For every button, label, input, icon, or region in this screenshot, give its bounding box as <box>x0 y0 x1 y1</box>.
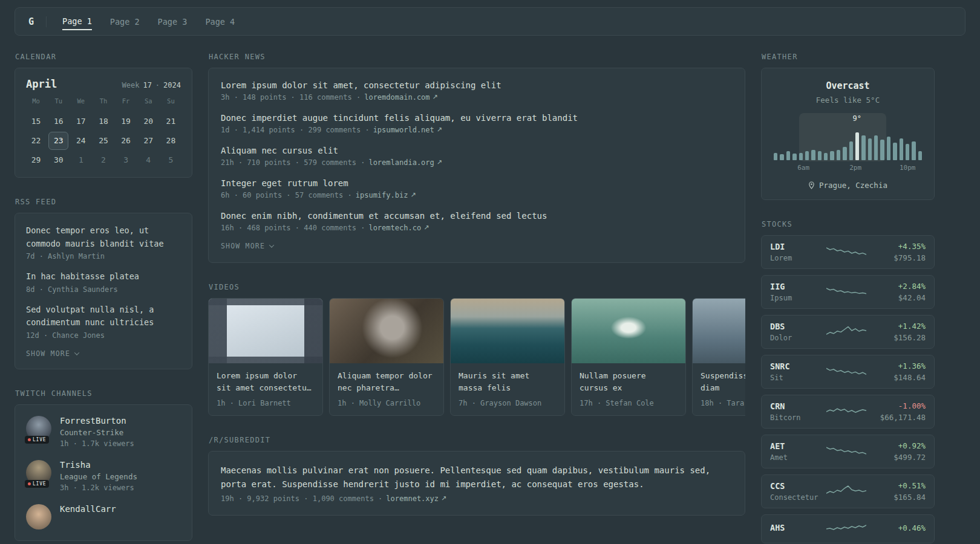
live-badge: LIVE <box>25 480 49 488</box>
twitch-channel[interactable]: KendallCarr <box>26 504 181 529</box>
calendar-day[interactable]: 18 <box>93 112 113 131</box>
section-header-rss: RSS FEED <box>15 198 192 206</box>
hn-item-title-link[interactable]: Integer eget rutrum lorem <box>221 178 733 188</box>
stock-price: $66,171.48 <box>870 413 926 422</box>
calendar-day-next-month[interactable]: 4 <box>139 151 158 169</box>
rss-item: In hac habitasse platea 8d · Cynthia Sau… <box>26 270 181 294</box>
app-logo[interactable]: G <box>27 16 47 27</box>
stock-row[interactable]: AETAmet +0.92%$499.72 <box>761 435 935 468</box>
calendar-day[interactable]: 27 <box>139 132 158 150</box>
weekday-label: We <box>70 97 92 105</box>
stock-row[interactable]: IIGIpsum +2.84%$42.04 <box>761 275 935 309</box>
rss-show-more-button[interactable]: SHOW MORE <box>26 349 79 358</box>
stock-row[interactable]: AHS +0.46% <box>761 514 935 543</box>
rss-item-title[interactable]: Sed volutpat nulla nisl, a condimentum n… <box>26 303 181 329</box>
section-header-weather: WEATHER <box>762 53 935 61</box>
subreddit-post-domain-link[interactable]: loremnet.xyz↗ <box>386 494 446 503</box>
stock-price: $499.72 <box>870 453 926 462</box>
video-card[interactable]: Lorem ipsum dolor sit amet consectetu… 1… <box>208 298 323 416</box>
twitch-card: LIVE ForrestBurton Counter-Strike 1h · 1… <box>15 404 192 541</box>
calendar-day-next-month[interactable]: 3 <box>116 151 136 169</box>
hn-item-domain-link[interactable]: loremlandia.org↗ <box>368 158 442 167</box>
right-column: WEATHER Overcast Feels like 5°C 9° 6am 2… <box>761 53 935 543</box>
stock-row[interactable]: CCSConsectetur +0.51%$165.84 <box>761 474 935 508</box>
calendar-day[interactable]: 16 <box>48 112 68 131</box>
tab-page-1[interactable]: Page 1 <box>62 13 92 30</box>
video-card[interactable]: Mauris sit amet massa felis 7h · Grayson… <box>450 298 565 416</box>
stock-name: Consectetur <box>770 493 822 502</box>
calendar-day[interactable]: 22 <box>26 132 46 150</box>
hn-item-title-link[interactable]: Lorem ipsum dolor sit amet, consectetur … <box>221 80 733 90</box>
tab-page-3[interactable]: Page 3 <box>158 14 188 30</box>
calendar-day[interactable]: 20 <box>139 112 158 131</box>
video-card[interactable]: Nullam posuere cursus ex 17h · Stefan Co… <box>571 298 686 416</box>
stock-row[interactable]: SNRCSit +1.36%$148.64 <box>761 355 935 389</box>
hn-show-more-button[interactable]: SHOW MORE <box>221 242 273 250</box>
calendar-day-next-month[interactable]: 2 <box>93 151 113 169</box>
stock-row[interactable]: DBSDolor +1.42%$156.28 <box>761 315 935 349</box>
hn-item-meta: 21h · 710 points · 579 comments · <box>221 158 365 167</box>
video-meta: 7h · Grayson Dawson <box>459 399 557 407</box>
weekday-label: Mo <box>25 97 47 105</box>
rss-item-title[interactable]: Donec tempor eros leo, ut commodo mauris… <box>26 224 181 250</box>
calendar-day-next-month[interactable]: 1 <box>71 151 91 169</box>
video-title: Suspendisse diam <box>701 370 745 394</box>
calendar-day[interactable]: 30 <box>48 151 68 169</box>
weather-bar <box>874 135 878 160</box>
calendar-day[interactable]: 21 <box>161 112 181 131</box>
hn-item-domain-link[interactable]: ipsumworld.net↗ <box>373 126 442 134</box>
calendar-day[interactable]: 19 <box>116 112 136 131</box>
hn-item-title-link[interactable]: Donec enim nibh, condimentum et accumsan… <box>221 211 733 221</box>
hn-item: Aliquam nec cursus elit 21h · 710 points… <box>221 146 733 167</box>
stock-row[interactable]: LDILorem +4.35%$795.18 <box>761 235 935 269</box>
channel-name[interactable]: ForrestBurton <box>60 416 134 426</box>
hn-item-domain-link[interactable]: ipsumify.biz↗ <box>356 191 416 199</box>
video-meta: 1h · Molly Carrillo <box>338 399 436 407</box>
section-header-videos: VIDEOS <box>209 283 745 291</box>
stock-change: +0.51% <box>870 481 926 490</box>
weather-bar <box>868 138 872 160</box>
calendar-day-next-month[interactable]: 5 <box>161 151 181 169</box>
calendar-day[interactable]: 24 <box>71 132 91 150</box>
subreddit-post-title-link[interactable]: Maecenas mollis pulvinar erat non posuer… <box>221 465 710 489</box>
stock-change: +1.42% <box>870 322 926 331</box>
video-carousel: Lorem ipsum dolor sit amet consectetu… 1… <box>208 298 745 416</box>
tab-page-2[interactable]: Page 2 <box>110 14 140 30</box>
video-title: Aliquam tempor dolor nec pharetra… <box>338 370 436 394</box>
hn-item-title-link[interactable]: Donec imperdiet augue tincidunt felis al… <box>221 113 733 123</box>
channel-name[interactable]: KendallCarr <box>60 504 116 514</box>
video-thumbnail <box>209 299 322 363</box>
video-card[interactable]: Suspendisse diam 18h · Tara <box>692 298 745 416</box>
twitch-channel[interactable]: LIVE Trisha League of Legends 3h · 1.2k … <box>26 460 181 492</box>
calendar-day[interactable]: 15 <box>26 112 46 131</box>
rss-item-title[interactable]: In hac habitasse platea <box>26 270 181 283</box>
twitch-channel[interactable]: LIVE ForrestBurton Counter-Strike 1h · 1… <box>26 416 181 448</box>
twitch-widget: TWITCH CHANNELS LIVE ForrestBurton Count… <box>15 389 192 541</box>
stock-price: $795.18 <box>870 253 926 262</box>
calendar-day[interactable]: 25 <box>93 132 113 150</box>
hn-item-domain-link[interactable]: loremdomain.com↗ <box>364 93 438 102</box>
calendar-day[interactable]: 17 <box>71 112 91 131</box>
calendar-day[interactable]: 29 <box>26 151 46 169</box>
video-meta: 1h · Lori Barnett <box>217 399 315 407</box>
hn-item-meta-row: 3h · 148 points · 116 comments · loremdo… <box>221 93 733 102</box>
middle-column: HACKER NEWS Lorem ipsum dolor sit amet, … <box>208 53 745 516</box>
hn-item-title-link[interactable]: Aliquam nec cursus elit <box>221 146 733 155</box>
stock-row[interactable]: CRNBitcorn -1.00%$66,171.48 <box>761 395 935 429</box>
live-dot-icon <box>28 482 31 485</box>
video-card[interactable]: Aliquam tempor dolor nec pharetra… 1h · … <box>329 298 444 416</box>
stock-ticker: DBS <box>770 322 822 331</box>
weekday-label: Tu <box>47 97 70 105</box>
channel-name[interactable]: Trisha <box>60 460 137 470</box>
calendar-day[interactable]: 28 <box>161 132 181 150</box>
week-separator: · <box>155 81 160 89</box>
weather-location[interactable]: Prague, Czechia <box>771 181 924 190</box>
external-link-icon: ↗ <box>423 224 429 232</box>
time-label: 2pm <box>849 164 861 172</box>
time-label: 10pm <box>900 164 916 172</box>
tab-page-4[interactable]: Page 4 <box>205 14 235 30</box>
calendar-day[interactable]: 26 <box>116 132 136 150</box>
section-header-calendar: CALENDAR <box>15 53 192 61</box>
hn-item-domain-link[interactable]: loremtech.co↗ <box>368 224 429 232</box>
calendar-day-selected[interactable]: 23 <box>48 132 68 150</box>
